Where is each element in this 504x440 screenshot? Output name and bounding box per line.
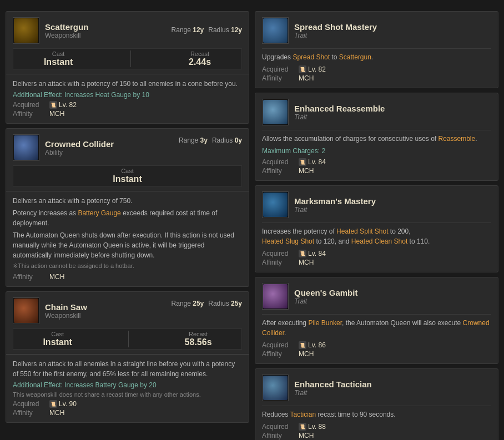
- enhanced-tactician-body: Reduces Tactician recast time to 90 seco…: [262, 409, 491, 419]
- chain-saw-note2: This weaponskill does not share a recast…: [13, 391, 242, 398]
- marksman-body: Increases the potency of Heated Split Sh…: [262, 226, 491, 246]
- marksman-title: Marksman's Mastery: [294, 196, 491, 206]
- crowned-collider-icon: [13, 134, 39, 161]
- chain-saw-affinity-row: Affinity MCH: [13, 409, 242, 417]
- scattergun-range: 12y: [193, 26, 204, 34]
- enhanced-reassemble-title: Enhanced Reassemble: [294, 104, 491, 113]
- lv-icon: 📜: [299, 423, 306, 431]
- chain-saw-recast: 58.56s: [185, 337, 212, 347]
- spread-shot-affinity-row: Affinity MCH: [262, 74, 491, 82]
- queens-gambit-acquired-row: Acquired 📜 Lv. 86: [262, 341, 491, 349]
- marksman-acquired-row: Acquired 📜 Lv. 84: [262, 250, 491, 257]
- marksmans-mastery-card: Marksman's Mastery Trait Increases the p…: [255, 185, 498, 272]
- spread-shot-mastery-card: Spread Shot Mastery Trait Upgrades Sprea…: [255, 11, 498, 88]
- crowned-body1: Delivers an attack with a potency of 750…: [13, 196, 242, 206]
- enhanced-reassemble-affinity-value: MCH: [299, 167, 314, 175]
- lv-icon: 📜: [299, 65, 306, 73]
- enhanced-tactician-acquired-value: Lv. 88: [308, 423, 326, 431]
- scattergun-subtitle: Weaponskill: [45, 32, 166, 39]
- scattergun-title: Scattergun: [45, 22, 166, 32]
- enhanced-tactician-affinity-value: MCH: [299, 432, 314, 439]
- crowned-note: ※This action cannot be assigned to a hot…: [13, 262, 242, 270]
- scattergun-radius: 12y: [231, 26, 242, 34]
- scattergun-recast: 2.44s: [189, 57, 211, 67]
- queens-gambit-affinity-value: MCH: [299, 350, 314, 358]
- scattergun-affinity-row: Affinity MCH: [13, 110, 242, 118]
- crowned-affinity-row: Affinity MCH: [13, 273, 242, 281]
- queens-gambit-title: Queen's Gambit: [294, 288, 491, 297]
- scattergun-affinity-value: MCH: [49, 110, 64, 118]
- spread-shot-acquired-value: Lv. 82: [308, 65, 326, 73]
- crowned-collider-card: Crowned Collider Ability Range 3y Radius…: [6, 128, 249, 287]
- lv-icon: 📜: [299, 341, 306, 349]
- queens-gambit-acquired-value: Lv. 86: [308, 341, 326, 349]
- marksman-icon: [262, 191, 289, 218]
- enhanced-reassemble-icon: [262, 99, 289, 125]
- crowned-collider-title: Crowned Collider: [45, 139, 173, 149]
- scattergun-body: Delivers an attack with a potency of 150…: [13, 79, 242, 89]
- lv-icon: 📜: [49, 400, 57, 408]
- queens-gambit-affinity-row: Affinity MCH: [262, 350, 491, 358]
- marksman-type: Trait: [294, 206, 491, 214]
- crowned-body2: Potency increases as Battery Gauge excee…: [13, 208, 242, 228]
- right-panel: Spread Shot Mastery Trait Upgrades Sprea…: [255, 11, 498, 440]
- chain-saw-acquired-row: Acquired 📜 Lv. 90: [13, 400, 242, 408]
- scattergun-acquired-value: Lv. 82: [59, 101, 77, 109]
- lv-icon: 📜: [299, 158, 306, 166]
- chain-saw-card: Chain Saw Weaponskill Range 25y Radius 2…: [6, 291, 249, 423]
- enhanced-tactician-type: Trait: [294, 389, 491, 397]
- marksman-acquired-value: Lv. 84: [308, 250, 326, 257]
- scattergun-acquired-row: Acquired 📜 Lv. 82: [13, 101, 242, 109]
- enhanced-tactician-affinity-row: Affinity MCH: [262, 432, 491, 439]
- spread-shot-acquired-row: Acquired 📜 Lv. 82: [262, 65, 491, 73]
- chain-saw-icon: [13, 297, 39, 324]
- enhanced-tactician-title: Enhanced Tactician: [294, 380, 491, 389]
- chain-saw-radius: 25y: [231, 300, 242, 307]
- left-panel: Scattergun Weaponskill Range 12y Radius …: [6, 11, 249, 423]
- crowned-cast: Instant: [113, 174, 142, 184]
- scattergun-icon: [13, 17, 39, 44]
- queens-gambit-icon: [262, 283, 289, 310]
- chain-saw-cast: Instant: [43, 337, 72, 347]
- chain-saw-body: Delivers an attack to all enemies in a s…: [13, 359, 242, 379]
- chain-saw-affinity-value: MCH: [49, 409, 64, 417]
- spread-shot-affinity-value: MCH: [299, 74, 314, 82]
- queens-gambit-card: Queen's Gambit Trait After executing Pil…: [255, 277, 498, 364]
- enhanced-tactician-card: Enhanced Tactician Trait Reduces Tactici…: [255, 368, 498, 440]
- spread-shot-type: Trait: [294, 32, 491, 39]
- chain-saw-additional: Additional Effect: Increases Battery Gau…: [13, 381, 242, 389]
- chain-saw-acquired-value: Lv. 90: [59, 400, 77, 408]
- lv-icon: 📜: [299, 250, 306, 257]
- queens-gambit-type: Trait: [294, 297, 491, 305]
- crowned-collider-subtitle: Ability: [45, 149, 173, 156]
- spread-shot-body: Upgrades Spread Shot to Scattergun.: [262, 52, 491, 62]
- enhanced-reassemble-max-charges: Maximum Charges: 2: [262, 147, 491, 155]
- marksman-affinity-value: MCH: [299, 259, 314, 266]
- enhanced-reassemble-body: Allows the accumulation of charges for c…: [262, 134, 491, 144]
- chain-saw-range: 25y: [193, 300, 204, 307]
- marksman-affinity-row: Affinity MCH: [262, 259, 491, 266]
- enhanced-reassemble-type: Trait: [294, 113, 491, 121]
- lv-icon: 📜: [49, 101, 57, 109]
- queens-gambit-body: After executing Pile Bunker, the Automat…: [262, 318, 491, 338]
- scattergun-card: Scattergun Weaponskill Range 12y Radius …: [6, 11, 249, 124]
- crowned-body3: The Automaton Queen shuts down after exe…: [13, 230, 242, 260]
- crowned-radius: 0y: [235, 136, 242, 144]
- enhanced-tactician-icon: [262, 375, 289, 401]
- enhanced-reassemble-acquired-value: Lv. 84: [308, 158, 326, 166]
- scattergun-cast: Instant: [44, 57, 73, 67]
- enhanced-reassemble-acquired-row: Acquired 📜 Lv. 84: [262, 158, 491, 166]
- crowned-affinity-value: MCH: [49, 273, 64, 281]
- scattergun-additional: Additional Effect: Increases Heat Gauge …: [13, 91, 242, 99]
- enhanced-tactician-acquired-row: Acquired 📜 Lv. 88: [262, 423, 491, 431]
- crowned-range: 3y: [200, 136, 208, 144]
- enhanced-reassemble-card: Enhanced Reassemble Trait Allows the acc…: [255, 93, 498, 181]
- enhanced-reassemble-affinity-row: Affinity MCH: [262, 167, 491, 175]
- spread-shot-title: Spread Shot Mastery: [294, 22, 491, 32]
- spread-shot-icon: [262, 17, 289, 44]
- chain-saw-title: Chain Saw: [45, 302, 166, 312]
- chain-saw-subtitle: Weaponskill: [45, 312, 166, 320]
